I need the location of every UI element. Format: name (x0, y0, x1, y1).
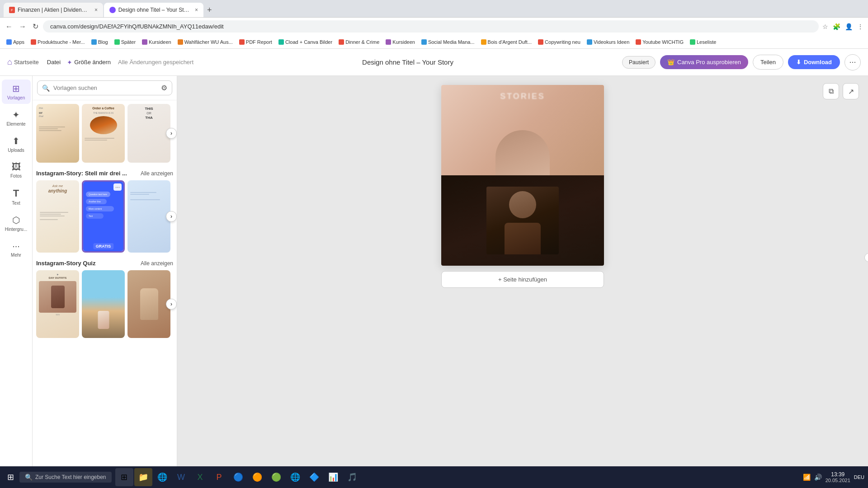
bookmark-apps[interactable]: Apps (4, 38, 27, 46)
home-button[interactable]: ⌂ Startseite (7, 57, 39, 67)
settings-icon[interactable]: ⋮ (856, 22, 864, 31)
bookmark-cload[interactable]: Cload + Canva Bilder (276, 38, 335, 46)
taskbar-app-7[interactable]: 🟠 (248, 468, 266, 486)
app-body: ⊞ Vorlagen ✦ Elemente ⬆ Uploads 🖼 Fotos … (0, 76, 868, 488)
duplicate-button[interactable]: ⧉ (823, 83, 839, 99)
profile-icon[interactable]: 👤 (844, 22, 854, 31)
share-button[interactable]: Teilen (753, 55, 783, 70)
taskbar-word[interactable]: W (172, 468, 190, 486)
bookmark-blog[interactable]: Blog (89, 38, 111, 46)
bookmark-später[interactable]: Später (112, 38, 138, 46)
tab-label-canva: Design ohne Titel – Your Story (118, 7, 190, 13)
sidebar-item-fotos[interactable]: 🖼 Fotos (2, 158, 31, 182)
taskbar-chrome[interactable]: 🌐 (286, 468, 304, 486)
taskbar-windows-icon[interactable]: ⊞ (115, 468, 133, 486)
taskbar-app-11[interactable]: 📊 (324, 468, 342, 486)
download-label: Download (804, 59, 832, 66)
share-canvas-button[interactable]: ↗ (843, 83, 859, 99)
scroll-right-arrow-3[interactable]: › (166, 299, 177, 310)
start-button[interactable]: ⊞ (4, 470, 18, 484)
add-page-button[interactable]: + Seite hinzufügen (441, 271, 604, 288)
quiz-link[interactable]: Alle anzeigen (141, 260, 173, 267)
scroll-right-arrow-2[interactable]: › (166, 211, 177, 222)
tab-close-finanz[interactable]: × (94, 7, 98, 13)
templates-icon: ⊞ (12, 83, 20, 94)
file-menu[interactable]: Datei (42, 57, 65, 67)
sidebar-text-label: Text (12, 201, 20, 206)
taskbar-edge[interactable]: 🌐 (153, 468, 171, 486)
taskbar-app-12[interactable]: 🎵 (343, 468, 361, 486)
taskbar-app-6[interactable]: 🔵 (229, 468, 247, 486)
template-quiz-outfits[interactable]: ▶ DAY OUTFITS ??? (36, 270, 79, 338)
download-button[interactable]: ⬇ Download (788, 55, 840, 69)
sidebar-item-mehr[interactable]: ··· Mehr (2, 237, 31, 261)
pause-button[interactable]: Pausiert (622, 56, 656, 69)
template-light-blue[interactable] (127, 180, 170, 253)
text-icon: T (13, 188, 19, 199)
template-card-coffee[interactable]: Order a Coffee THE BARISTA IS IN (82, 104, 125, 163)
scroll-right-arrow-1[interactable]: › (166, 128, 177, 139)
three-dots-icon[interactable]: ··· (113, 183, 122, 191)
sidebar-fotos-label: Fotos (10, 174, 22, 178)
stell-mir-link[interactable]: Alle anzeigen (141, 170, 173, 177)
sidebar-item-uploads[interactable]: ⬆ Uploads (2, 132, 31, 156)
back-button[interactable]: ← (4, 22, 14, 32)
taskbar-app-8[interactable]: 🟢 (267, 468, 285, 486)
tab-finanz[interactable]: F Finanzen | Aktien | Dividende (C... × (4, 3, 103, 17)
taskbar-volume-icon: 🔊 (814, 474, 822, 481)
pro-label: Canva Pro ausprobieren (677, 59, 741, 66)
canvas-design[interactable]: STORIES (441, 85, 604, 266)
bookmark-kursideen[interactable]: Kursideen (139, 38, 174, 46)
bookmark-produktsuche[interactable]: Produktsuche - Mer... (28, 38, 88, 46)
bookmark-copywriting[interactable]: Copywriting neu (535, 38, 583, 46)
pro-button[interactable]: 👑 Canva Pro ausprobieren (660, 55, 748, 69)
template-blue-chat[interactable]: ··· Question text here Another line More… (82, 180, 125, 253)
star-icon[interactable]: ☆ (821, 22, 829, 31)
app-header: ⌂ Startseite Datei ✦ Größe ändern Alle Ä… (0, 49, 868, 76)
template-panel: 🔍 ⚙ this or that (33, 76, 177, 488)
bookmark-social[interactable]: Social Media Mana... (419, 38, 477, 46)
bookmark-kursideen2[interactable]: Kursideen (383, 38, 418, 46)
app-area: ⌂ Startseite Datei ✦ Größe ändern Alle Ä… (0, 49, 868, 466)
sidebar-item-elemente[interactable]: ✦ Elemente (2, 106, 31, 130)
sidebar-item-text[interactable]: T Text (2, 184, 31, 209)
tab-label-finanz: Finanzen | Aktien | Dividende (C... (18, 7, 90, 13)
panel-content: this or that (33, 100, 177, 488)
taskbar-right: 📶 🔊 13:39 20.05.2021 DEU (803, 471, 864, 483)
template-search-input[interactable] (53, 84, 157, 91)
bookmark-youtube[interactable]: Youtube WICHTIG (633, 38, 686, 46)
template-quiz-beach[interactable] (82, 270, 125, 338)
template-ask-me[interactable]: Ask me anything (36, 180, 79, 253)
bookmark-pdf[interactable]: PDF Report (236, 38, 275, 46)
new-tab-button[interactable]: + (204, 5, 215, 15)
template-quiz-person[interactable] (127, 270, 170, 338)
tab-close-canva[interactable]: × (195, 7, 198, 13)
this-or-that-section: this or that (36, 104, 173, 163)
template-card-1[interactable]: this or that (36, 104, 79, 163)
bookmark-leseliste[interactable]: Leseliste (687, 38, 719, 46)
bookmark-bois[interactable]: Bois d'Argent Duft... (478, 38, 534, 46)
taskbar-search-bar[interactable]: 🔍 Zur Suche Text hier eingeben (19, 472, 112, 483)
sidebar-item-vorlagen[interactable]: ⊞ Vorlagen (2, 80, 31, 104)
template-card-this-or-that[interactable]: THIS OR THA (127, 104, 170, 163)
sidebar-item-hintergrund[interactable]: ⬡ Hintergru... (2, 211, 31, 235)
size-change-button[interactable]: ✦ Größe ändern (67, 59, 111, 66)
extension-icon[interactable]: 🧩 (832, 22, 841, 31)
bookmark-videokurs[interactable]: Videokurs Ideen (584, 38, 632, 46)
taskbar-file-explorer[interactable]: 📁 (134, 468, 152, 486)
taskbar-excel[interactable]: X (191, 468, 209, 486)
more-options-button[interactable]: ··· (844, 54, 861, 70)
home-icon: ⌂ (7, 57, 12, 67)
refresh-button[interactable]: ↻ (31, 21, 40, 32)
bookmark-wahlfacher[interactable]: Wahlfächer WU Aus... (175, 38, 236, 46)
share-icon: ↗ (848, 87, 854, 96)
canvas-area: ⧉ ↗ STORIES (177, 76, 868, 488)
stell-mir-section: Instagram-Story: Stell mir drei ... Alle… (36, 170, 173, 253)
url-input[interactable] (43, 20, 819, 33)
tab-canva[interactable]: Design ohne Titel – Your Story × (104, 3, 203, 17)
taskbar-edge2[interactable]: 🔷 (305, 468, 323, 486)
filter-icon[interactable]: ⚙ (161, 84, 167, 92)
bookmark-dinner[interactable]: Dinner & Crime (336, 38, 382, 46)
forward-button[interactable]: → (17, 22, 28, 32)
taskbar-powerpoint[interactable]: P (210, 468, 228, 486)
